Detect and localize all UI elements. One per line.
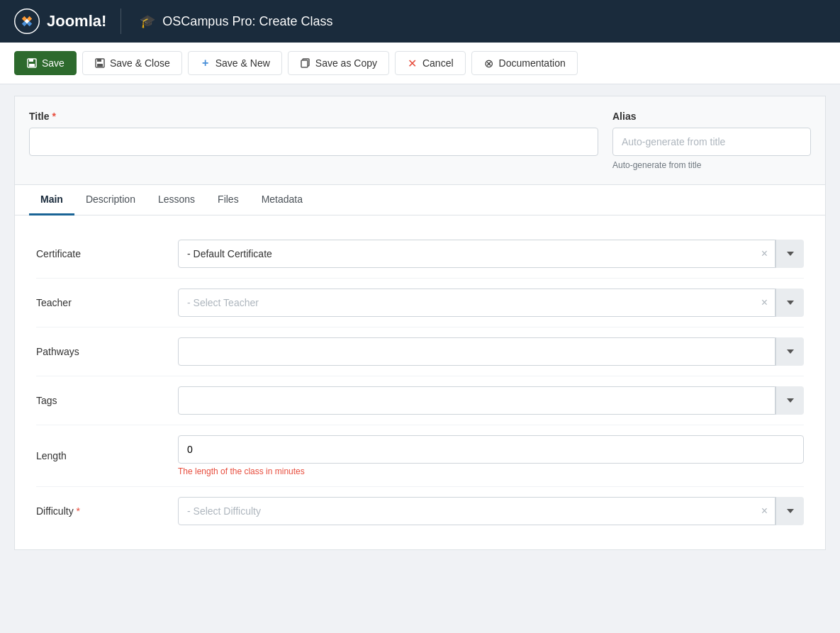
cancel-icon: ✕ (407, 57, 418, 69)
tab-files[interactable]: Files (206, 185, 250, 215)
title-label: Title * (29, 111, 598, 122)
page-icon: 🎓 (140, 13, 155, 29)
difficulty-field: - Select Difficulty × (178, 497, 804, 525)
joomla-logo (14, 9, 40, 34)
chevron-down-icon (787, 509, 794, 513)
save-close-icon (94, 57, 106, 69)
difficulty-placeholder: - Select Difficulty (179, 500, 754, 522)
tags-chevron[interactable] (775, 386, 804, 415)
alias-group: Alias Auto-generate from title (612, 111, 811, 170)
page-title-text: OSCampus Pro: Create Class (162, 14, 332, 29)
difficulty-required-star: * (77, 505, 80, 517)
tags-label: Tags (36, 395, 178, 406)
pathways-row: Pathways (36, 327, 804, 376)
svg-rect-8 (301, 60, 308, 67)
tags-field (178, 386, 804, 415)
save-new-label: Save & New (215, 57, 270, 69)
length-description: The length of the class in minutes (178, 466, 804, 476)
brand-name: Joomla! (47, 12, 106, 30)
alias-input[interactable] (612, 128, 811, 156)
length-label: Length (36, 450, 178, 461)
cancel-label: Cancel (422, 57, 454, 69)
tab-metadata[interactable]: Metadata (250, 185, 314, 215)
save-close-label: Save & Close (110, 57, 170, 69)
chevron-down-icon (787, 252, 794, 256)
tab-description[interactable]: Description (74, 185, 147, 215)
chevron-down-icon (787, 398, 794, 403)
title-input[interactable] (29, 128, 598, 156)
teacher-placeholder: - Select Teacher (179, 291, 754, 314)
svg-rect-5 (97, 59, 101, 62)
pathways-label: Pathways (36, 346, 178, 357)
cancel-button[interactable]: ✕ Cancel (395, 51, 466, 75)
save-icon (26, 57, 38, 69)
length-row: Length The length of the class in minute… (36, 425, 804, 487)
teacher-chevron[interactable] (775, 289, 804, 317)
documentation-icon: ⊗ (483, 57, 495, 69)
tags-value (179, 395, 775, 406)
certificate-clear[interactable]: × (754, 247, 775, 260)
difficulty-label: Difficulty * (36, 505, 178, 517)
pathways-chevron[interactable] (775, 337, 804, 366)
difficulty-row: Difficulty * - Select Difficulty × (36, 487, 804, 535)
tab-lessons[interactable]: Lessons (147, 185, 206, 215)
save-close-button[interactable]: Save & Close (82, 51, 182, 75)
tab-main[interactable]: Main (29, 185, 74, 215)
toolbar: Save Save & Close + Save & New Save as C… (0, 43, 840, 84)
svg-rect-6 (97, 64, 103, 67)
certificate-row: Certificate - Default Certificate × (36, 230, 804, 279)
tabs-nav: Main Description Lessons Files Metadata (15, 185, 825, 215)
save-button[interactable]: Save (14, 51, 77, 75)
save-new-icon: + (200, 57, 211, 69)
title-group: Title * (29, 111, 598, 156)
certificate-chevron[interactable] (775, 240, 804, 268)
teacher-field: - Select Teacher × (178, 289, 804, 317)
svg-rect-2 (29, 59, 33, 62)
certificate-value: - Default Certificate (179, 242, 754, 265)
certificate-field: - Default Certificate × (178, 240, 804, 268)
save-copy-label: Save as Copy (315, 57, 377, 69)
certificate-label: Certificate (36, 248, 178, 259)
length-input[interactable] (178, 435, 804, 464)
chevron-down-icon (787, 349, 794, 354)
save-copy-icon (300, 57, 311, 69)
tab-content-main: Certificate - Default Certificate × (15, 215, 825, 549)
navbar: Joomla! 🎓 OSCampus Pro: Create Class (0, 0, 840, 43)
title-required-star: * (52, 111, 55, 122)
form-header: Title * Alias Auto-generate from title (14, 96, 826, 184)
teacher-label: Teacher (36, 297, 178, 308)
pathways-field (178, 337, 804, 366)
tabs-container: Main Description Lessons Files Metadata … (14, 184, 826, 550)
teacher-row: Teacher - Select Teacher × (36, 279, 804, 327)
save-new-button[interactable]: + Save & New (188, 51, 282, 75)
save-label: Save (42, 57, 65, 69)
page-title: 🎓 OSCampus Pro: Create Class (140, 13, 332, 29)
documentation-label: Documentation (499, 57, 566, 69)
svg-rect-3 (29, 64, 35, 67)
chevron-down-icon (787, 301, 794, 305)
difficulty-chevron[interactable] (775, 497, 804, 525)
alias-hint: Auto-generate from title (612, 160, 811, 170)
difficulty-clear[interactable]: × (754, 505, 775, 517)
brand: Joomla! (14, 9, 121, 34)
save-copy-button[interactable]: Save as Copy (288, 51, 389, 75)
pathways-value (179, 346, 775, 357)
teacher-clear[interactable]: × (754, 296, 775, 309)
length-field: The length of the class in minutes (178, 435, 804, 476)
alias-label: Alias (612, 111, 811, 122)
tags-row: Tags (36, 376, 804, 425)
documentation-button[interactable]: ⊗ Documentation (471, 51, 578, 75)
